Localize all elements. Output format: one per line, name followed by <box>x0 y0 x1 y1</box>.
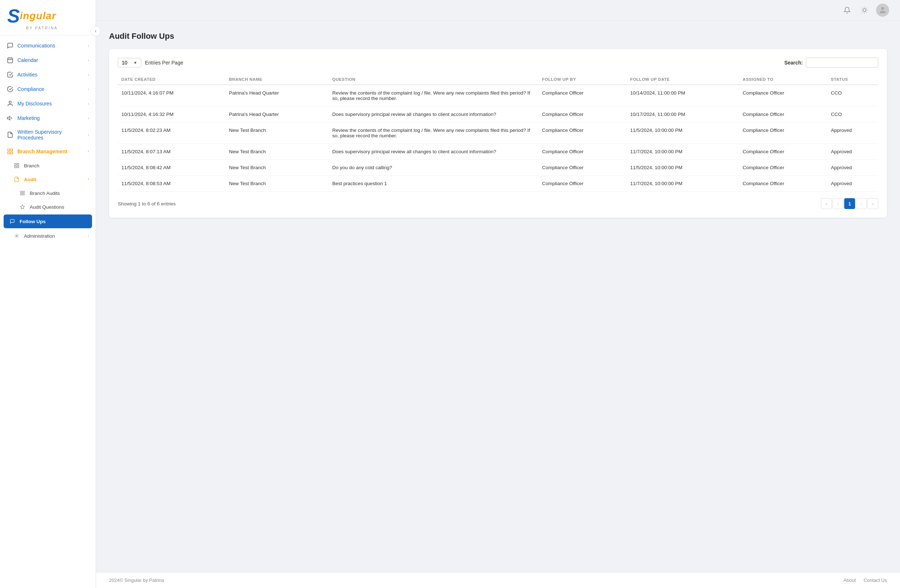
sidebar-collapse-button[interactable]: ‹ <box>91 26 101 36</box>
pagination-last-button[interactable]: » <box>867 198 878 209</box>
sidebar-label-branch-management: Branch Management <box>17 149 67 154</box>
sidebar-nav: Communications › Calendar › <box>0 36 96 588</box>
cell-follow-up-by: Compliance Officer <box>538 107 627 123</box>
cell-assigned-to: Compliance Officer <box>739 144 827 160</box>
chevron-written-supervisory: › <box>88 133 89 137</box>
cell-status: Approved <box>827 144 878 160</box>
cell-branch-name: New Test Branch <box>225 160 329 176</box>
pagination-first-button[interactable]: « <box>821 198 832 209</box>
entries-per-page-select[interactable]: 10 25 50 100 <box>122 60 132 65</box>
svg-point-20 <box>863 9 866 12</box>
cell-follow-up-date: 11/5/2024, 10:00:00 PM <box>627 123 739 144</box>
branch-icon <box>13 162 20 169</box>
cell-branch-name: New Test Branch <box>225 123 329 144</box>
cell-follow-up-by: Compliance Officer <box>538 160 627 176</box>
showing-text: Showing 1 to 6 of 6 entries <box>118 201 176 206</box>
administration-icon <box>13 232 20 239</box>
col-date-created: DATE CREATED <box>118 74 225 85</box>
footer: 2024© Singular by Patrina About Contact … <box>96 572 900 588</box>
cell-assigned-to: Compliance Officer <box>739 85 827 107</box>
table-row: 10/11/2024, 4:16:32 PMPatrina's Head Qua… <box>118 107 878 123</box>
logo-ingular: ingular <box>20 10 56 22</box>
sidebar-item-marketing[interactable]: Marketing › <box>0 111 96 126</box>
sidebar-item-activities[interactable]: Activities › <box>0 67 96 82</box>
col-status: STATUS <box>827 74 878 85</box>
calendar-icon <box>6 56 14 64</box>
theme-toggle-button[interactable] <box>859 4 870 16</box>
audit-questions-icon <box>19 203 26 211</box>
svg-rect-14 <box>21 191 22 193</box>
sidebar-label-written-supervisory: Written Supervisory Procedures <box>17 129 88 141</box>
cell-question: Does supervisory principal review all ch… <box>329 107 538 123</box>
cell-question: Do you do any cold calling? <box>329 160 538 176</box>
svg-rect-16 <box>23 194 24 195</box>
sidebar-item-compliance[interactable]: Compliance › <box>0 82 96 96</box>
svg-rect-7 <box>11 149 13 151</box>
svg-rect-13 <box>14 166 16 168</box>
cell-follow-up-by: Compliance Officer <box>538 144 627 160</box>
chevron-compliance: › <box>88 87 89 91</box>
pagination-next-button[interactable]: › <box>856 198 867 209</box>
search-group: Search: <box>784 57 878 68</box>
logo: S ingular BY PATRINA <box>0 0 96 36</box>
sidebar-item-my-disclosures[interactable]: My Disclosures › <box>0 96 96 111</box>
topbar <box>96 0 900 21</box>
sidebar-item-branch[interactable]: Branch <box>0 159 96 172</box>
search-input[interactable] <box>806 57 878 68</box>
main-card: 10 25 50 100 ▼ Entries Per Page Search: <box>109 49 887 218</box>
table-header-row: DATE CREATED BRANCH NAME QUESTION FOLLOW… <box>118 74 878 85</box>
sidebar-item-administration[interactable]: Administration › <box>0 229 96 243</box>
chevron-administration: › <box>88 234 89 238</box>
cell-follow-up-date: 11/7/2024, 10:00:00 PM <box>627 176 739 192</box>
entries-per-page-select-wrapper[interactable]: 10 25 50 100 ▼ <box>118 58 141 67</box>
svg-line-23 <box>862 8 863 8</box>
svg-point-4 <box>9 101 11 103</box>
pagination: « ‹ 1 › » <box>821 198 878 209</box>
cell-follow-up-by: Compliance Officer <box>538 85 627 107</box>
user-avatar[interactable] <box>876 4 889 17</box>
sidebar-label-administration: Administration <box>24 233 55 239</box>
sidebar-label-communications: Communications <box>17 43 55 48</box>
sidebar-item-branch-management[interactable]: Branch Management › <box>0 144 96 159</box>
svg-line-28 <box>866 8 867 8</box>
cell-question: Best practices question 1 <box>329 176 538 192</box>
cell-status: Approved <box>827 160 878 176</box>
sidebar-item-written-supervisory[interactable]: Written Supervisory Procedures › <box>0 126 96 144</box>
branch-management-sub: Branch Audit › <box>0 159 96 243</box>
branch-audits-icon <box>19 189 26 197</box>
sidebar-item-audit-questions[interactable]: Audit Questions <box>0 200 96 214</box>
cell-assigned-to: Compliance Officer <box>739 176 827 192</box>
svg-point-19 <box>16 235 17 237</box>
cell-status: CCO <box>827 85 878 107</box>
pagination-page-1-button[interactable]: 1 <box>844 198 855 209</box>
footer-about-link[interactable]: About <box>844 577 856 583</box>
sidebar-label-follow-ups: Follow Ups <box>20 219 46 224</box>
sidebar-label-marketing: Marketing <box>17 115 39 121</box>
sidebar-label-branch-audits: Branch Audits <box>30 191 60 196</box>
chevron-marketing: › <box>88 116 89 120</box>
sidebar-item-branch-audits[interactable]: Branch Audits <box>0 186 96 200</box>
svg-rect-6 <box>8 149 9 151</box>
cell-question: Does supervisory principal review all ch… <box>329 144 538 160</box>
cell-follow-up-by: Compliance Officer <box>538 176 627 192</box>
footer-contact-link[interactable]: Contact Us <box>864 577 887 583</box>
svg-rect-15 <box>23 191 24 193</box>
table-row: 11/5/2024, 8:08:42 AMNew Test BranchDo y… <box>118 160 878 176</box>
marketing-icon <box>6 115 14 122</box>
sidebar-item-calendar[interactable]: Calendar › <box>0 53 96 67</box>
follow-ups-table: DATE CREATED BRANCH NAME QUESTION FOLLOW… <box>118 74 878 192</box>
sidebar-item-follow-ups[interactable]: Follow Ups <box>4 214 92 228</box>
notification-bell-button[interactable] <box>841 4 853 16</box>
chevron-my-disclosures: › <box>88 101 89 106</box>
pagination-prev-button[interactable]: ‹ <box>833 198 844 209</box>
sidebar-item-audit[interactable]: Audit › <box>0 172 96 186</box>
table-controls: 10 25 50 100 ▼ Entries Per Page Search: <box>118 57 878 68</box>
sidebar-label-calendar: Calendar <box>17 57 38 63</box>
sidebar-item-communications[interactable]: Communications › <box>0 39 96 53</box>
svg-marker-18 <box>20 205 25 209</box>
cell-date-created: 11/5/2024, 8:07:13 AM <box>118 144 225 160</box>
svg-marker-5 <box>8 116 10 120</box>
svg-rect-0 <box>8 58 13 63</box>
cell-branch-name: Patrina's Head Quarter <box>225 107 329 123</box>
svg-rect-9 <box>8 152 9 154</box>
